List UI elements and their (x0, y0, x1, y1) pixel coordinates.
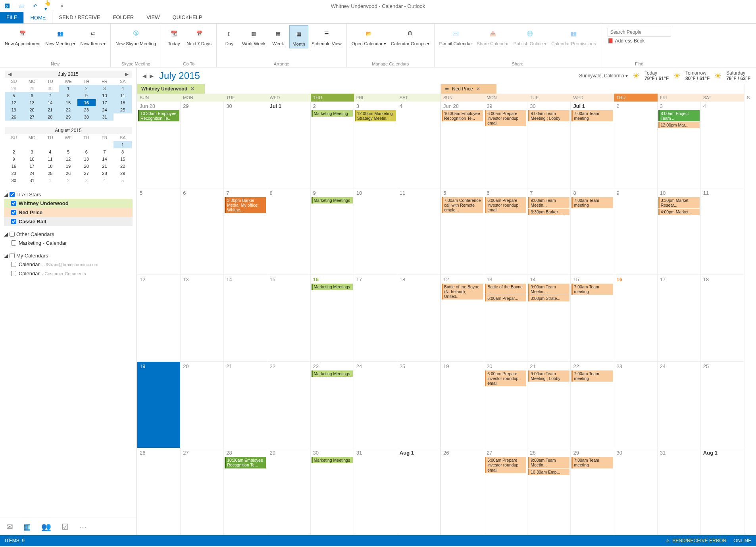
minical-day[interactable]: 2 (5, 148, 23, 155)
calendar-event[interactable]: 7:00am Team meeting (571, 284, 613, 295)
minical-day[interactable]: 17 (23, 163, 41, 170)
minical-day[interactable]: 3 (77, 177, 96, 184)
workweek-view-button[interactable]: ▥Work Week (240, 25, 267, 48)
undo-icon[interactable]: ↶ (31, 2, 39, 10)
calendar-cell[interactable]: 5 (137, 188, 181, 275)
calendar-whitney[interactable]: Whitney Underwood (4, 199, 133, 208)
calendar-cell[interactable]: 289:00am Team Meetin...10:30am Emp... (527, 448, 571, 535)
minical-day[interactable] (113, 113, 132, 121)
calendar-cell[interactable]: 276:00am Prepare investor roundup email (484, 448, 527, 535)
calendar-event[interactable]: 10:30am Employee Recognition Te... (442, 110, 483, 121)
calendar-cell[interactable]: 30 (224, 102, 267, 188)
qat-customize-icon[interactable]: ▾ (58, 2, 66, 10)
minical-day[interactable]: 11 (113, 92, 132, 99)
calendar-cell[interactable]: 8 (267, 188, 310, 275)
calendar-event[interactable]: Battle of the Boyne (N. Ireland); United… (442, 284, 483, 299)
minical-day[interactable]: 20 (77, 163, 96, 170)
calendar-cell[interactable]: 18 (397, 275, 441, 362)
calendar-event[interactable]: 7:00am Conference call with Remote emplo… (442, 197, 483, 213)
calendar-cell[interactable]: 16 (614, 275, 658, 362)
calendar-tab-ned[interactable]: ⬅Ned Price✕ (441, 84, 496, 94)
minical-day[interactable]: 7 (96, 148, 114, 155)
calendar-cell[interactable]: 9Marketing Meetings (311, 188, 354, 275)
minical-day[interactable]: 4 (41, 148, 59, 155)
minical-day[interactable]: 25 (41, 170, 59, 177)
today-button[interactable]: 📆Today (164, 25, 183, 48)
minical-day[interactable] (23, 141, 41, 148)
minical-day[interactable]: 31 (23, 177, 41, 184)
minical-day[interactable]: 3 (96, 85, 114, 92)
minical-day[interactable]: 9 (77, 92, 96, 99)
minical-day[interactable]: 28 (96, 170, 114, 177)
back-arrow-icon[interactable]: ⬅ (445, 86, 449, 92)
minical-day[interactable]: 16 (77, 99, 96, 106)
week-view-button[interactable]: ▦Week (269, 25, 288, 48)
minical-day[interactable]: 26 (59, 170, 77, 177)
month-view-button[interactable]: ▦Month (289, 25, 308, 48)
calendar-cell[interactable]: 103:30pm Market Resear...4:00pm Market..… (658, 188, 701, 275)
minical-day[interactable]: 19 (5, 106, 23, 113)
minical-day[interactable]: 12 (59, 155, 77, 163)
minical-day[interactable]: 10 (96, 92, 114, 99)
calendar-event[interactable]: 6:00am Prepar... (485, 295, 526, 301)
calendar-customer-comments[interactable]: Calendar - Customer Comments (4, 269, 133, 278)
calendar-cell[interactable]: 23Marketing Meetings (311, 362, 354, 449)
minical-day[interactable]: 24 (23, 170, 41, 177)
cal-prev-icon[interactable]: ◀ (142, 73, 146, 79)
calendar-cassie[interactable]: Cassie Ball (4, 217, 133, 226)
calendar-cell[interactable]: 12 (137, 275, 181, 362)
tab-home[interactable]: HOME (23, 12, 52, 23)
schedule-view-button[interactable]: ☰Schedule View (310, 25, 343, 48)
minical-day[interactable]: 29 (59, 113, 77, 121)
minical-day[interactable]: 9 (5, 155, 23, 163)
calendar-cell[interactable]: 26 (137, 448, 181, 535)
tab-send-receive[interactable]: SEND / RECEIVE (52, 12, 106, 23)
minical-day[interactable]: 8 (113, 148, 132, 155)
minical-day[interactable]: 22 (113, 163, 132, 170)
calendar-cell[interactable]: Jun 2810:30am Employee Recognition Te... (441, 102, 484, 188)
share-calendar-button[interactable]: 📤Share Calendar (475, 25, 510, 48)
minical-day[interactable]: 30 (77, 113, 96, 121)
calendar-cell[interactable]: 9 (614, 188, 658, 275)
calendar-cell[interactable]: 227:00am Team meeting (571, 362, 614, 449)
calendar-groups-button[interactable]: 🗓Calendar Groups ▾ (389, 25, 431, 48)
minical-day[interactable]: 27 (77, 170, 96, 177)
calendar-event[interactable]: Marketing Meeting (312, 110, 353, 117)
search-people-input[interactable] (608, 28, 671, 36)
calendar-cell[interactable]: Jun 2810:30am Employee Recognition Te... (137, 102, 181, 188)
minical-day[interactable]: 4 (113, 85, 132, 92)
minical-day[interactable]: 30 (5, 177, 23, 184)
send-all-icon[interactable]: 📨 (17, 2, 25, 10)
calendar-event[interactable]: 7:00am Team meeting (571, 457, 613, 468)
calendar-cell[interactable]: 30 (614, 448, 658, 535)
email-calendar-button[interactable]: ✉️E-mail Calendar (438, 25, 473, 48)
minical-day[interactable]: 21 (96, 163, 114, 170)
calendar-cell[interactable]: 15 (267, 275, 310, 362)
minical-prev-icon[interactable]: ◀ (6, 71, 13, 77)
tab-file[interactable]: FILE (0, 12, 23, 23)
calendar-cell[interactable]: 24 (354, 362, 397, 449)
calendar-cell[interactable]: 20 (181, 362, 224, 449)
calendar-event[interactable]: 3:30pm Barker ... (528, 209, 569, 215)
calendar-event[interactable]: 12:00pm Marketing Strategy Meetin... (355, 110, 396, 121)
minical-day[interactable]: 25 (113, 106, 132, 113)
group-checkbox[interactable] (10, 192, 15, 197)
minical-day[interactable]: 29 (113, 170, 132, 177)
minical-day[interactable]: 14 (96, 155, 114, 163)
minical-day[interactable]: 2 (59, 177, 77, 184)
minical-day[interactable]: 1 (41, 177, 59, 184)
calendar-cell[interactable]: 219:00am Team Meeting ; Lobby (527, 362, 571, 449)
tab-quickhelp[interactable]: QUICKHELP (166, 12, 208, 23)
calendar-cell[interactable]: 11 (397, 188, 441, 275)
touch-mode-icon[interactable]: 👆▾ (44, 2, 52, 10)
calendar-cell[interactable]: 79:00am Team Meetin...3:30pm Barker ... (527, 188, 571, 275)
publish-online-button[interactable]: 🌐Publish Online ▾ (512, 25, 548, 48)
minical-day[interactable]: 6 (77, 148, 96, 155)
minical-day[interactable]: 6 (23, 92, 41, 99)
calendar-cell[interactable]: Jul 1 (267, 102, 310, 188)
calendar-cell[interactable]: 157:00am Team meeting (571, 275, 614, 362)
calendar-event[interactable]: 9:00am Team Meetin... (528, 197, 569, 208)
calendar-cell[interactable]: 26 (441, 448, 484, 535)
minical-day[interactable]: 5 (5, 92, 23, 99)
minical-day[interactable]: 21 (41, 106, 59, 113)
